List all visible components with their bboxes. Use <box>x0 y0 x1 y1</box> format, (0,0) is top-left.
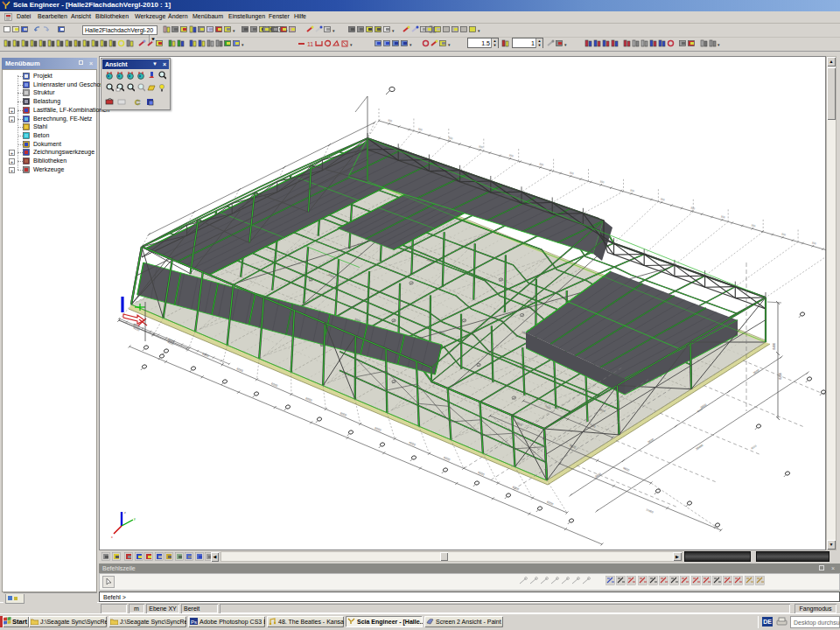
svg-text:500: 500 <box>539 162 544 166</box>
svg-text:500: 500 <box>508 153 514 158</box>
svg-text:Ps: Ps <box>191 620 197 625</box>
svg-text:500: 500 <box>570 171 575 175</box>
svg-text:500: 500 <box>751 223 756 228</box>
svg-text:500: 500 <box>781 232 787 236</box>
svg-text:500: 500 <box>811 241 816 245</box>
svg-text:9000: 9000 <box>751 444 758 450</box>
svg-text:y: y <box>134 517 136 521</box>
svg-text:9600: 9600 <box>752 368 760 375</box>
svg-text:500: 500 <box>388 118 393 122</box>
svg-text:38400: 38400 <box>695 444 704 452</box>
svg-text:500: 500 <box>479 144 484 149</box>
svg-text:500: 500 <box>599 179 605 184</box>
svg-text:11: 11 <box>307 41 313 47</box>
svg-text:8310: 8310 <box>779 373 782 380</box>
svg-text:500: 500 <box>721 214 726 219</box>
svg-text:500: 500 <box>630 188 635 192</box>
svg-text:z: z <box>124 511 126 514</box>
svg-text:500: 500 <box>418 127 424 131</box>
svg-text:500: 500 <box>690 206 696 210</box>
svg-text:x: x <box>111 536 113 539</box>
svg-text:C: C <box>135 98 141 106</box>
svg-text:12000: 12000 <box>646 508 654 514</box>
svg-text:8400: 8400 <box>773 343 776 350</box>
svg-text:500: 500 <box>660 197 665 201</box>
svg-text:9600: 9600 <box>648 438 655 444</box>
